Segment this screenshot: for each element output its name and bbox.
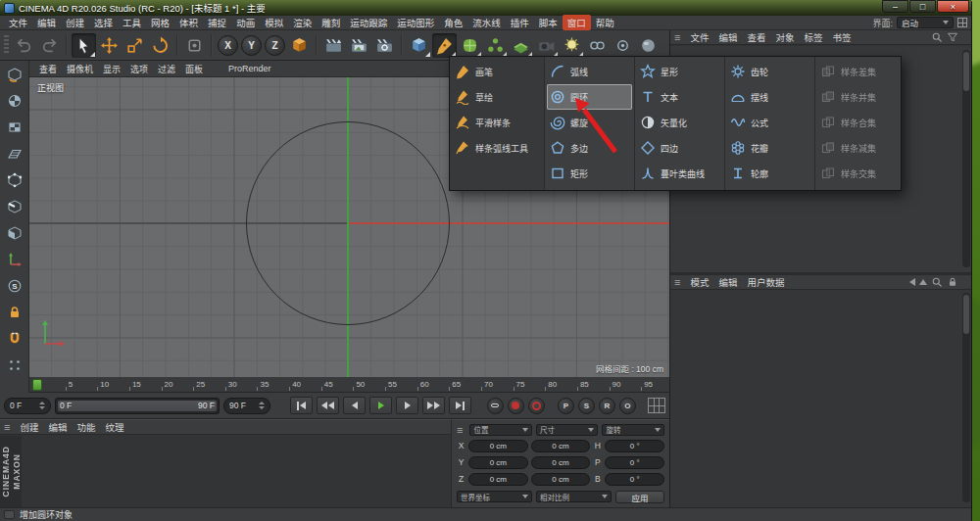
popup-item-vectorizer[interactable]: 矢量化	[637, 110, 722, 135]
h-rotation-field[interactable]: 0 °	[605, 440, 664, 452]
history-back-icon[interactable]	[909, 278, 915, 286]
null-object-button[interactable]	[585, 33, 610, 58]
menu-item[interactable]: 渲染	[288, 15, 317, 30]
next-frame-button[interactable]	[396, 397, 418, 414]
size-header-dropdown[interactable]: 尺寸	[536, 424, 599, 436]
target-object-button[interactable]	[611, 33, 635, 58]
live-selection-button[interactable]	[72, 33, 96, 58]
menu-item[interactable]: 体积	[174, 15, 203, 30]
z-position-field[interactable]: 0 cm	[468, 473, 528, 486]
play-button[interactable]	[369, 397, 392, 414]
record-scale-button[interactable]: S	[578, 398, 595, 414]
x-position-field[interactable]: 0 cm	[468, 440, 528, 452]
panel-menu-icon[interactable]: ≡	[4, 421, 10, 433]
menu-item[interactable]: 雕刻	[317, 15, 345, 30]
menu-item[interactable]: 帮助	[591, 15, 619, 30]
edges-mode-button[interactable]	[3, 196, 26, 217]
attribute-manager-menu-item[interactable]: 编辑	[713, 274, 742, 290]
make-editable-button[interactable]	[3, 64, 26, 85]
light-button[interactable]	[560, 33, 584, 58]
object-manager-menu-item[interactable]: 编辑	[713, 29, 742, 45]
timeline-ruler[interactable]: 05101520253035404550556065707580859095	[29, 377, 669, 393]
menu-item[interactable]: 捕捉	[203, 15, 231, 30]
menu-item[interactable]: 插件	[506, 15, 534, 30]
popup-item-profile[interactable]: 轮廓	[727, 161, 812, 186]
x-lock-button[interactable]: X	[218, 35, 238, 56]
layout-icon[interactable]	[957, 18, 967, 27]
menu-item[interactable]: 编辑	[32, 15, 61, 30]
attribute-manager-menu-item[interactable]: 模式	[685, 274, 713, 290]
menu-item[interactable]: 脚本	[534, 15, 563, 30]
texture-mode-button[interactable]	[3, 117, 26, 138]
search-icon[interactable]	[931, 276, 943, 288]
menu-item[interactable]: 动画	[231, 15, 260, 30]
popup-item-spline-union[interactable]: 样条并集	[817, 84, 897, 110]
object-manager-menu-item[interactable]: 书签	[828, 29, 857, 45]
viewport-menu-item[interactable]: 过滤	[153, 62, 180, 76]
z-size-field[interactable]: 0 cm	[531, 473, 591, 486]
goto-start-button[interactable]	[290, 397, 313, 414]
render-picture-viewer-button[interactable]	[347, 33, 371, 58]
menu-item[interactable]: 模拟	[260, 15, 288, 30]
spinner-arrows-icon[interactable]	[259, 402, 265, 409]
menu-item[interactable]: 文件	[4, 15, 32, 30]
menu-item[interactable]: 工具	[118, 15, 146, 30]
prev-frame-button[interactable]	[343, 397, 366, 414]
move-tool-button[interactable]	[97, 33, 122, 58]
menu-item[interactable]: 运动图形	[392, 15, 439, 30]
spinner-arrows-icon[interactable]	[39, 402, 45, 409]
viewport-menu-item[interactable]: 面板	[180, 62, 208, 76]
viewport-menu-item[interactable]: 摄像机	[62, 62, 98, 76]
record-parameter-button[interactable]: O	[619, 398, 636, 414]
coordinate-system-dropdown[interactable]: 世界坐标	[457, 491, 532, 502]
menu-item[interactable]: 网格	[146, 15, 174, 30]
enable-axis-button[interactable]	[3, 249, 26, 270]
scale-mode-dropdown[interactable]: 相对比例	[536, 491, 612, 502]
z-lock-button[interactable]: Z	[265, 35, 285, 56]
range-bar[interactable]	[58, 401, 217, 411]
popup-item-spline-arc-tool[interactable]: 样条弧线工具	[452, 135, 542, 161]
subdivision-surface-button[interactable]	[458, 33, 482, 58]
maximize-button[interactable]: □	[909, 0, 936, 13]
camera-button[interactable]	[534, 33, 559, 58]
recent-tool-button[interactable]	[182, 33, 207, 58]
keyframe-selection-button[interactable]	[528, 398, 545, 414]
prev-key-button[interactable]	[317, 397, 339, 414]
record-rotation-button[interactable]: R	[599, 398, 615, 414]
material-menu-item[interactable]: 创建	[15, 419, 43, 435]
attribute-area[interactable]	[670, 290, 972, 507]
toolbar-drag-handle[interactable]	[4, 35, 9, 55]
lock-button[interactable]	[3, 302, 26, 323]
redo-button[interactable]	[37, 33, 62, 58]
menu-item[interactable]: 选择	[89, 15, 118, 30]
viewport-menu-item[interactable]: 查看	[34, 62, 62, 76]
y-size-field[interactable]: 0 cm	[531, 456, 591, 469]
spline-pen-button[interactable]	[432, 33, 457, 58]
rotate-tool-button[interactable]	[148, 33, 172, 58]
material-menu-item[interactable]: 编辑	[43, 419, 72, 435]
goto-end-button[interactable]	[449, 397, 471, 414]
record-position-button[interactable]: P	[558, 398, 574, 414]
menu-item[interactable]: 窗口	[563, 15, 591, 30]
points-mode-button[interactable]	[3, 169, 26, 191]
search-icon[interactable]	[931, 31, 943, 43]
viewport-solo-button[interactable]: S	[3, 275, 26, 297]
autokey-button[interactable]	[508, 398, 524, 414]
sky-object-button[interactable]	[636, 33, 661, 58]
popup-item-arc[interactable]: 弧线	[547, 59, 632, 84]
workplane-mode-button[interactable]	[3, 143, 26, 165]
hud-grid-icon[interactable]	[648, 398, 665, 413]
x-size-field[interactable]: 0 cm	[531, 440, 591, 452]
interface-dropdown[interactable]: 启动	[897, 17, 954, 28]
popup-item-spline-and[interactable]: 样条合集	[817, 110, 897, 135]
popup-item-formula[interactable]: 公式	[727, 110, 812, 135]
render-view-button[interactable]	[321, 33, 346, 58]
popup-item-cogwheel[interactable]: 齿轮	[727, 59, 812, 84]
material-menu-item[interactable]: 纹理	[100, 419, 128, 435]
coordinate-system-button[interactable]	[287, 33, 312, 58]
object-list-scrollbar[interactable]	[962, 50, 970, 267]
panel-menu-icon[interactable]: ≡	[674, 276, 680, 288]
popup-item-star[interactable]: 星形	[637, 59, 722, 84]
object-manager-menu-item[interactable]: 文件	[685, 29, 713, 45]
polygons-mode-button[interactable]	[3, 222, 26, 244]
